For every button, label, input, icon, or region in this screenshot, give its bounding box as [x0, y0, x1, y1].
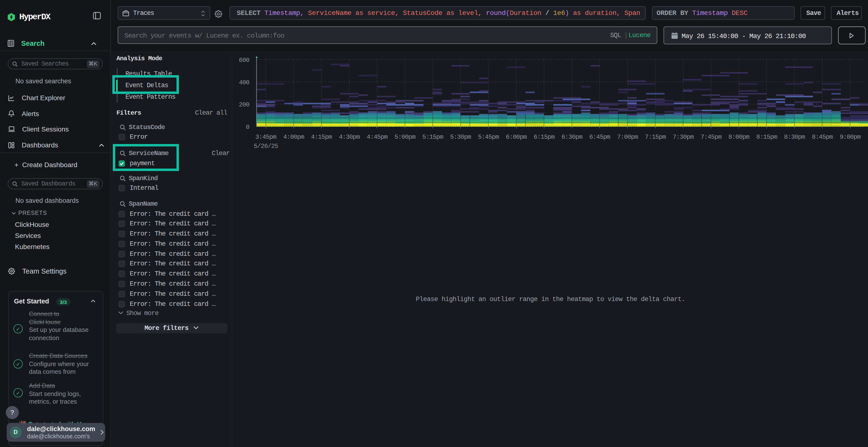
svg-text:4:15pm: 4:15pm	[311, 133, 332, 141]
svg-text:5/26/25: 5/26/25	[254, 143, 278, 150]
svg-text:6:00pm: 6:00pm	[506, 133, 527, 141]
svg-text:9:00pm: 9:00pm	[840, 133, 861, 141]
svg-text:5:15pm: 5:15pm	[423, 133, 443, 141]
svg-text:400: 400	[239, 79, 249, 86]
svg-text:7:15pm: 7:15pm	[645, 133, 666, 141]
svg-text:0: 0	[246, 124, 249, 131]
svg-text:5:00pm: 5:00pm	[395, 133, 415, 141]
svg-text:6:30pm: 6:30pm	[562, 133, 583, 141]
svg-text:6:45pm: 6:45pm	[589, 133, 610, 141]
svg-text:4:00pm: 4:00pm	[283, 133, 304, 141]
svg-text:7:00pm: 7:00pm	[617, 133, 638, 141]
svg-text:5:30pm: 5:30pm	[450, 133, 471, 141]
svg-text:7:45pm: 7:45pm	[701, 133, 722, 141]
svg-text:4:30pm: 4:30pm	[339, 133, 360, 141]
svg-text:8:00pm: 8:00pm	[728, 133, 749, 141]
svg-text:200: 200	[239, 101, 249, 108]
svg-text:8:45pm: 8:45pm	[812, 133, 833, 141]
svg-text:8:30pm: 8:30pm	[784, 133, 805, 141]
svg-text:600: 600	[239, 57, 249, 64]
svg-text:6:15pm: 6:15pm	[534, 133, 555, 141]
svg-text:3:45pm: 3:45pm	[255, 133, 276, 141]
svg-text:8:15pm: 8:15pm	[756, 133, 777, 141]
svg-text:7:30pm: 7:30pm	[673, 133, 694, 141]
svg-text:5:45pm: 5:45pm	[478, 133, 499, 141]
svg-text:4:45pm: 4:45pm	[367, 133, 388, 141]
